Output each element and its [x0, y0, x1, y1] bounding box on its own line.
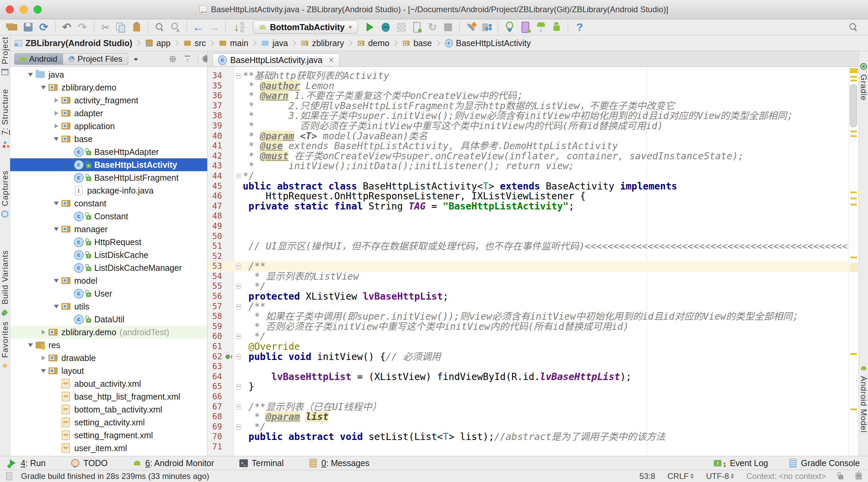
- fold-column[interactable]: [234, 402, 243, 412]
- editor-code-area[interactable]: 34**基础http获取列表的Activity35 * @author Lemo…: [208, 67, 848, 456]
- tree-item-application[interactable]: application: [10, 120, 207, 133]
- avd-manager-button[interactable]: [517, 20, 533, 34]
- line-number[interactable]: 59: [208, 322, 224, 332]
- tree-item-listdiskcache[interactable]: ListDiskCache: [10, 248, 207, 261]
- close-window-button[interactable]: [6, 5, 14, 14]
- line-number[interactable]: 61: [208, 342, 224, 352]
- line-number[interactable]: 50: [208, 232, 224, 242]
- run-configuration-select[interactable]: BottomTabActivity▾: [253, 21, 358, 34]
- gradle-refresh-button[interactable]: [502, 20, 517, 34]
- line-number[interactable]: 62: [208, 352, 224, 362]
- line-number[interactable]: 36: [208, 91, 224, 101]
- context-indicator[interactable]: Context: <no context>: [746, 471, 826, 481]
- tree-item-layout[interactable]: layout: [10, 364, 207, 377]
- tree-item-java[interactable]: java: [10, 68, 207, 81]
- fold-marker-icon[interactable]: [236, 284, 241, 289]
- tree-item-setting-activity-xml[interactable]: setting_activity.xml: [10, 416, 207, 429]
- stop-button[interactable]: [440, 20, 456, 34]
- line-number[interactable]: 66: [208, 392, 224, 402]
- toolwindow-toggle-icon[interactable]: [6, 472, 12, 480]
- tree-item-listdiskcachemanager[interactable]: ListDiskCacheManager: [10, 261, 207, 274]
- tree-item-package-info-java[interactable]: package-info.java: [10, 184, 207, 197]
- line-number[interactable]: 48: [208, 211, 224, 221]
- expand-arrow-icon[interactable]: [39, 356, 47, 360]
- line-number[interactable]: 46: [208, 191, 224, 201]
- line-number[interactable]: 60: [208, 332, 224, 342]
- tree-item-res[interactable]: res: [10, 339, 207, 352]
- line-number[interactable]: 57: [208, 302, 224, 312]
- tree-item-manager[interactable]: manager: [10, 223, 207, 236]
- tree-item-basehttpadapter[interactable]: BaseHttpAdapter: [10, 145, 207, 158]
- gradle-sync-button[interactable]: [463, 20, 479, 34]
- line-number[interactable]: 44: [208, 171, 224, 181]
- toolwindow-button-todo[interactable]: TODO: [71, 458, 108, 468]
- device-monitor-button[interactable]: [549, 20, 564, 34]
- replace-button[interactable]: [167, 20, 183, 34]
- breadcrumb-java[interactable]: java: [260, 38, 289, 48]
- fold-column[interactable]: [234, 281, 243, 292]
- breadcrumb-base[interactable]: base: [401, 38, 433, 48]
- line-number[interactable]: 51: [208, 241, 224, 252]
- back-button[interactable]: [191, 20, 206, 34]
- fold-column[interactable]: [234, 332, 243, 342]
- fold-column[interactable]: [234, 71, 243, 81]
- breadcrumb-main[interactable]: main: [217, 38, 250, 48]
- line-number[interactable]: 38: [208, 111, 224, 121]
- line-number[interactable]: 70: [208, 432, 224, 442]
- fold-marker-icon[interactable]: [236, 424, 241, 429]
- tree-item-base-http-list-fragment-xml[interactable]: base_http_list_fragment.xml: [10, 390, 207, 403]
- switch-view-icon[interactable]: ◂▸: [134, 55, 137, 62]
- rerun-button[interactable]: [425, 20, 440, 34]
- caret-position[interactable]: 53:8: [639, 471, 655, 481]
- tree-item-drawable[interactable]: drawable: [10, 352, 207, 364]
- fold-marker-icon[interactable]: [236, 304, 241, 309]
- coverage-button[interactable]: [393, 20, 409, 34]
- paste-button[interactable]: [129, 20, 144, 34]
- undo-button[interactable]: [59, 20, 75, 34]
- collapse-arrow-icon[interactable]: [26, 343, 35, 347]
- line-number[interactable]: 42: [208, 151, 224, 161]
- line-number[interactable]: 55: [208, 281, 224, 292]
- toolwindow-button-event-log[interactable]: 1Event Log: [713, 458, 768, 468]
- breadcrumb-zblibrary[interactable]: zblibrary: [299, 38, 345, 48]
- breadcrumb-app[interactable]: app: [144, 38, 172, 48]
- tool-stripe-tab-structure[interactable]: 7: Structure: [0, 89, 10, 149]
- tree-item-httprequest[interactable]: HttpRequest: [10, 236, 207, 248]
- collapse-arrow-icon[interactable]: [52, 279, 60, 283]
- tool-stripe-tab-favorites[interactable]: Favorites: [0, 321, 10, 369]
- tree-item-model[interactable]: model: [10, 274, 207, 287]
- tool-stripe-tab-captures[interactable]: Captures: [0, 170, 10, 218]
- tool-stripe-tab-build-variants[interactable]: Build Variants: [0, 250, 10, 316]
- collapse-arrow-icon[interactable]: [52, 305, 60, 308]
- redo-button[interactable]: [75, 20, 90, 34]
- collapse-arrow-icon[interactable]: [39, 369, 47, 373]
- toolwindow-button-gradle-console[interactable]: Gradle Console: [788, 458, 860, 468]
- line-number[interactable]: 65: [208, 382, 224, 392]
- fold-marker-icon[interactable]: [236, 334, 241, 339]
- minimize-window-button[interactable]: [20, 5, 28, 14]
- unlock-icon[interactable]: [838, 475, 843, 479]
- line-number[interactable]: 58: [208, 312, 224, 322]
- sdk-manager-button[interactable]: [533, 20, 549, 34]
- tree-item-zblibrary-demo[interactable]: zblibrary.demo(androidTest): [10, 326, 207, 339]
- fold-column[interactable]: [234, 382, 243, 392]
- line-number[interactable]: 40: [208, 131, 224, 141]
- tool-stripe-tab-project[interactable]: Project: [0, 37, 10, 76]
- collapse-arrow-icon[interactable]: [52, 202, 60, 205]
- fold-column[interactable]: [234, 422, 243, 432]
- encoding-select[interactable]: UTF-8: [706, 471, 734, 481]
- line-number[interactable]: 53: [208, 261, 224, 272]
- tree-item-setting-fragment-xml[interactable]: setting_fragment.xml: [10, 429, 207, 442]
- editor-tab[interactable]: BaseHttpListActivity.java ×: [212, 53, 340, 66]
- toolwindow-button-terminal[interactable]: Terminal: [239, 458, 283, 468]
- close-tab-icon[interactable]: ×: [329, 55, 334, 65]
- fold-marker-icon[interactable]: [236, 404, 241, 409]
- fold-marker-icon[interactable]: [236, 384, 241, 389]
- cut-button[interactable]: [98, 20, 113, 34]
- line-ending-select[interactable]: CRLF: [668, 471, 694, 481]
- collapse-arrow-icon[interactable]: [26, 73, 35, 77]
- toolwindow-button-messages[interactable]: 0: Messages: [309, 458, 370, 468]
- tree-item-activity-fragment[interactable]: activity_fragment: [10, 94, 207, 107]
- project-tree[interactable]: javazblibrary.demoactivity_fragmentadapt…: [10, 67, 207, 456]
- attach-button[interactable]: [409, 20, 425, 34]
